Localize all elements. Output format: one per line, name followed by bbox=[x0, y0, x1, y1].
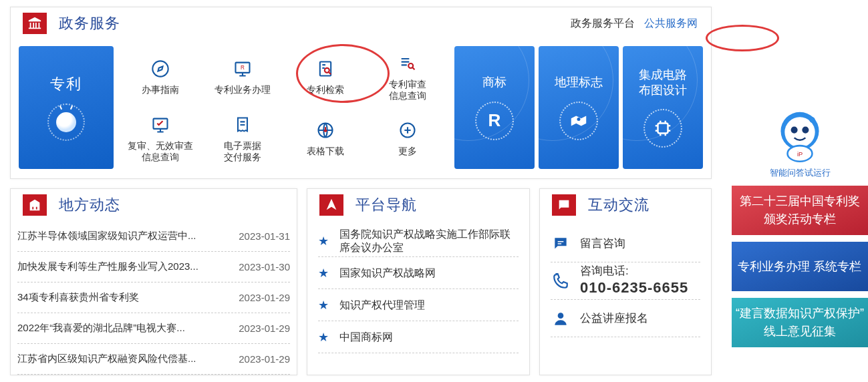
monitor-check-icon bbox=[149, 114, 172, 136]
lightbulb-icon bbox=[47, 104, 85, 141]
right-rail: iP 智能问答试运行 第二十三届中国专利奖 颁奖活动专栏 专利业务办理 系统专栏… bbox=[732, 107, 868, 354]
gov-services-panel: 政务服务 政务服务平台 公共服务网 专利 办事指南 R 专利业务办理 bbox=[10, 7, 712, 179]
svg-point-18 bbox=[802, 127, 809, 134]
svg-text:R: R bbox=[241, 65, 245, 71]
svg-text:iP: iP bbox=[797, 151, 803, 158]
nav-row[interactable]: ★中国商标网 bbox=[318, 321, 519, 353]
rail-card-patent-system[interactable]: 专利业务办理 系统专栏 bbox=[732, 242, 868, 291]
news-date: 2023-01-29 bbox=[239, 323, 290, 334]
list-search-icon bbox=[396, 52, 419, 75]
svg-point-11 bbox=[561, 203, 562, 204]
card-ic-layout[interactable]: 集成电路 布图设计 bbox=[623, 46, 703, 169]
interaction-row[interactable]: 留言咨询 bbox=[551, 225, 700, 262]
phone-icon bbox=[551, 271, 571, 291]
local-news-panel: 地方动态 江苏半导体领域国家级知识产权运营中...2023-01-31加快发展专… bbox=[10, 188, 297, 375]
svg-point-17 bbox=[791, 127, 798, 134]
rail-card-data-ip[interactable]: “建言数据知识产权保护” 线上意见征集 bbox=[732, 298, 868, 347]
document-search-icon bbox=[314, 57, 337, 80]
svg-point-14 bbox=[558, 313, 564, 319]
user-icon bbox=[551, 309, 571, 329]
star-icon: ★ bbox=[318, 330, 329, 345]
link-gov-platform[interactable]: 政务服务平台 bbox=[571, 17, 635, 31]
item-form-download[interactable]: 表格下载 bbox=[284, 108, 367, 169]
news-title: 江苏半导体领域国家级知识产权运营中... bbox=[17, 230, 229, 242]
compass-icon bbox=[149, 57, 172, 80]
item-guide[interactable]: 办事指南 bbox=[119, 46, 202, 108]
svg-point-0 bbox=[152, 61, 168, 77]
gov-grid: 办事指南 R 专利业务办理 专利检索 专利审查 信息查询 复审、无效审查 信息查… bbox=[119, 46, 449, 169]
item-exam-info[interactable]: 专利审查 信息查询 bbox=[366, 46, 449, 108]
receipt-icon bbox=[231, 114, 254, 136]
mascot-icon[interactable]: iP bbox=[771, 107, 829, 164]
bank-icon bbox=[23, 13, 47, 34]
trademark-icon: R bbox=[475, 102, 514, 140]
news-row[interactable]: 江苏省内区级知识产权融资风险代偿基...2023-01-29 bbox=[17, 344, 290, 375]
card-trademark[interactable]: 商标 R bbox=[454, 46, 535, 169]
star-icon: ★ bbox=[318, 298, 329, 313]
news-title: 34项专利喜获贵州省专利奖 bbox=[17, 291, 229, 304]
chat-icon bbox=[552, 194, 576, 216]
monitor-icon: R bbox=[231, 57, 254, 80]
mascot-label: 智能问答试运行 bbox=[732, 167, 868, 179]
svg-point-13 bbox=[566, 203, 567, 204]
nav-row[interactable]: ★国务院知识产权战略实施工作部际联席会议办公室 bbox=[318, 225, 519, 257]
globe-download-icon bbox=[314, 119, 337, 142]
gov-services-header: 政务服务 政务服务平台 公共服务网 bbox=[11, 7, 711, 39]
news-title: 加快发展专利等生产性服务业写入2023... bbox=[17, 260, 229, 273]
card-geo-indication[interactable]: 地理标志 bbox=[539, 46, 619, 169]
chip-icon bbox=[643, 109, 682, 148]
svg-point-12 bbox=[563, 203, 565, 204]
annotation-circle bbox=[706, 25, 779, 51]
star-icon: ★ bbox=[318, 234, 329, 248]
interaction-row[interactable]: 公益讲座报名 bbox=[551, 300, 700, 337]
item-patent-search[interactable]: 专利检索 bbox=[284, 46, 367, 108]
svg-rect-10 bbox=[658, 124, 668, 134]
news-date: 2023-01-29 bbox=[239, 353, 290, 365]
news-row[interactable]: 34项专利喜获贵州省专利奖2023-01-29 bbox=[17, 282, 290, 313]
news-row[interactable]: 江苏半导体领域国家级知识产权运营中...2023-01-31 bbox=[17, 221, 290, 252]
news-title: 江苏省内区级知识产权融资风险代偿基... bbox=[17, 353, 229, 365]
nav-row[interactable]: ★知识产权代理管理 bbox=[318, 289, 519, 321]
nav-row[interactable]: ★国家知识产权战略网 bbox=[318, 257, 519, 289]
news-date: 2023-01-31 bbox=[239, 230, 290, 242]
item-more[interactable]: 更多 bbox=[366, 108, 449, 169]
building-icon bbox=[23, 194, 47, 216]
card-patent[interactable]: 专利 bbox=[19, 46, 114, 169]
news-title: 2022年“我喜爱的湖北品牌”电视大赛... bbox=[17, 322, 229, 335]
news-row[interactable]: 加快发展专利等生产性服务业写入2023...2023-01-30 bbox=[17, 252, 290, 282]
link-public-service-net[interactable]: 公共服务网 bbox=[644, 17, 698, 31]
news-row[interactable]: 2022年“我喜爱的湖北品牌”电视大赛...2023-01-29 bbox=[17, 313, 290, 344]
news-date: 2023-01-29 bbox=[239, 292, 290, 303]
item-ereceipt[interactable]: 电子票据 交付服务 bbox=[201, 108, 284, 169]
plus-icon bbox=[396, 119, 419, 142]
item-reexam-info[interactable]: 复审、无效审查 信息查询 bbox=[119, 108, 202, 169]
news-date: 2023-01-30 bbox=[239, 261, 290, 272]
star-icon: ★ bbox=[318, 266, 329, 280]
svg-point-9 bbox=[577, 118, 581, 121]
item-patent-business[interactable]: R 专利业务办理 bbox=[201, 46, 284, 108]
svg-point-19 bbox=[809, 117, 815, 122]
interaction-panel: 互动交流 留言咨询咨询电话:010-6235-6655公益讲座报名 bbox=[539, 188, 712, 375]
gov-services-title: 政务服务 bbox=[59, 13, 120, 33]
map-pin-icon bbox=[559, 102, 598, 140]
platform-nav-panel: 平台导航 ★国务院知识产权战略实施工作部际联席会议办公室★国家知识产权战略网★知… bbox=[307, 188, 530, 375]
interaction-row[interactable]: 咨询电话:010-6235-6655 bbox=[551, 262, 700, 300]
rail-card-patent-award[interactable]: 第二十三届中国专利奖 颁奖活动专栏 bbox=[732, 186, 868, 235]
nav-arrow-icon bbox=[319, 194, 343, 216]
msg-icon bbox=[551, 234, 571, 254]
